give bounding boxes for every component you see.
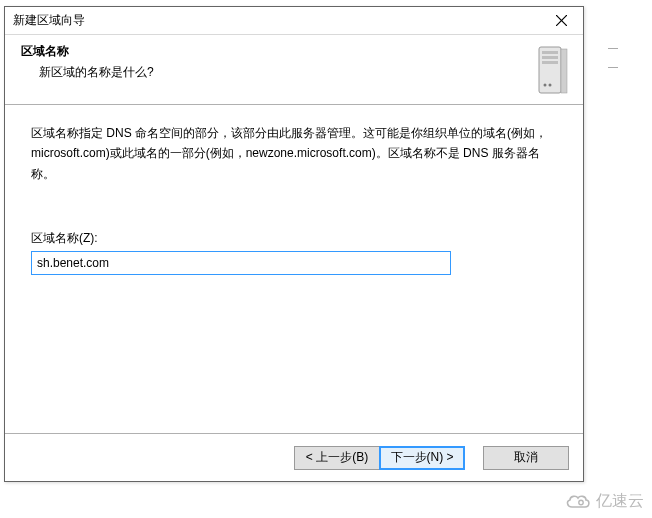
zone-name-label: 区域名称(Z): xyxy=(31,230,557,247)
watermark: 亿速云 xyxy=(564,491,644,512)
titlebar: 新建区域向导 xyxy=(5,7,583,35)
cancel-button[interactable]: 取消 xyxy=(483,446,569,470)
description-text: 区域名称指定 DNS 命名空间的部分，该部分由此服务器管理。这可能是你组织单位的… xyxy=(31,123,557,184)
svg-point-8 xyxy=(549,84,552,87)
svg-point-9 xyxy=(579,500,583,504)
banner-heading: 区域名称 xyxy=(21,43,533,60)
zone-name-input[interactable] xyxy=(31,251,451,275)
window-title: 新建区域向导 xyxy=(13,12,539,29)
wizard-dialog: 新建区域向导 区域名称 新区域的名称是什么? 区域名称指定 DNS 命名空间的部… xyxy=(4,6,584,482)
svg-rect-4 xyxy=(542,51,558,54)
wizard-footer: < 上一步(B) 下一步(N) > 取消 xyxy=(5,433,583,481)
svg-point-7 xyxy=(544,84,547,87)
background-rail xyxy=(608,48,618,68)
svg-rect-3 xyxy=(561,49,567,93)
close-button[interactable] xyxy=(539,7,583,35)
banner-text-block: 区域名称 新区域的名称是什么? xyxy=(21,43,533,81)
next-button[interactable]: 下一步(N) > xyxy=(379,446,465,470)
back-button[interactable]: < 上一步(B) xyxy=(294,446,380,470)
svg-rect-5 xyxy=(542,56,558,59)
cloud-icon xyxy=(564,493,592,511)
server-icon xyxy=(533,43,573,97)
wizard-banner: 区域名称 新区域的名称是什么? xyxy=(5,35,583,105)
watermark-text: 亿速云 xyxy=(596,491,644,512)
svg-rect-6 xyxy=(542,61,558,64)
close-icon xyxy=(556,15,567,26)
wizard-content: 区域名称指定 DNS 命名空间的部分，该部分由此服务器管理。这可能是你组织单位的… xyxy=(5,105,583,433)
banner-subtext: 新区域的名称是什么? xyxy=(21,64,533,81)
